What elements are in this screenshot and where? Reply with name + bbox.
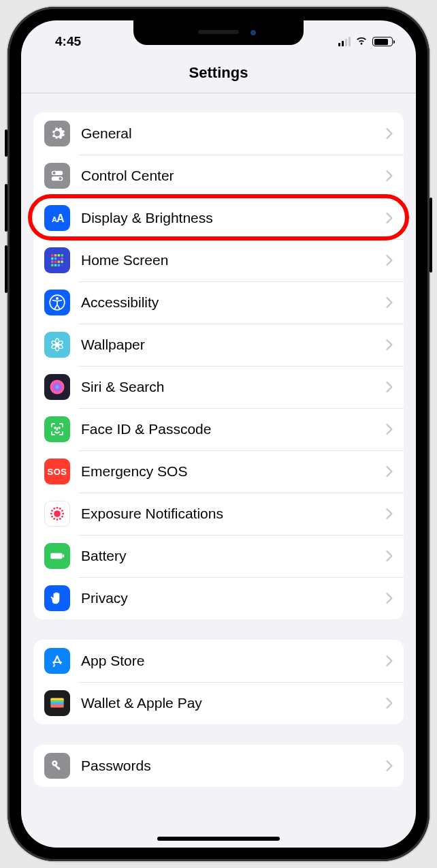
settings-content[interactable]: GeneralControl CenterAADisplay & Brightn… (21, 93, 416, 839)
svg-rect-7 (54, 254, 57, 257)
row-siri-search[interactable]: Siri & Search (33, 366, 404, 408)
svg-point-44 (56, 507, 59, 509)
row-exposure-notifications[interactable]: Exposure Notifications (33, 493, 404, 535)
svg-point-33 (59, 427, 60, 429)
flower-icon (44, 332, 70, 358)
row-emergency-sos[interactable]: SOSEmergency SOS (33, 450, 404, 493)
row-wallet-apple-pay[interactable]: Wallet & Apple Pay (33, 682, 404, 724)
gear-icon (44, 121, 70, 146)
svg-point-1 (52, 172, 55, 174)
svg-point-39 (53, 518, 55, 520)
svg-point-32 (54, 427, 56, 429)
svg-rect-52 (50, 704, 64, 707)
svg-rect-9 (61, 254, 63, 257)
svg-point-45 (59, 508, 61, 510)
svg-rect-15 (54, 261, 57, 264)
volume-up-button (5, 184, 7, 232)
svg-point-36 (61, 516, 63, 518)
exposure-icon (44, 501, 70, 527)
settings-group: Passwords (33, 745, 404, 787)
svg-rect-17 (61, 261, 63, 264)
row-privacy[interactable]: Privacy (33, 577, 404, 619)
home-indicator[interactable] (157, 837, 280, 841)
row-face-id-passcode[interactable]: Face ID & Passcode (33, 408, 404, 450)
row-control-center[interactable]: Control Center (33, 155, 404, 197)
svg-point-31 (50, 380, 65, 394)
row-label: Home Screen (81, 252, 386, 268)
row-battery[interactable]: Battery (33, 535, 404, 577)
svg-point-3 (59, 177, 61, 180)
row-display-brightness[interactable]: AADisplay & Brightness (33, 197, 404, 239)
row-accessibility[interactable]: Accessibility (33, 281, 404, 324)
battery-icon (44, 543, 70, 569)
svg-rect-47 (50, 553, 62, 559)
svg-point-23 (56, 297, 59, 300)
mute-switch (5, 129, 7, 157)
row-label: App Store (81, 653, 386, 669)
text-size-icon: AA (44, 205, 70, 231)
row-home-screen[interactable]: Home Screen (33, 239, 404, 281)
chevron-right-icon (386, 655, 393, 666)
chevron-right-icon (386, 255, 393, 266)
svg-point-46 (61, 510, 63, 512)
row-label: Passwords (81, 758, 386, 774)
row-passwords[interactable]: Passwords (33, 745, 404, 787)
row-label: Wallet & Apple Pay (81, 695, 386, 711)
appstore-icon (44, 648, 70, 674)
row-label: Accessibility (81, 294, 386, 311)
svg-point-34 (54, 510, 61, 517)
svg-point-38 (56, 518, 59, 521)
chevron-right-icon (386, 698, 393, 709)
settings-group: App StoreWallet & Apple Pay (33, 640, 404, 724)
chevron-right-icon (386, 213, 393, 223)
row-general[interactable]: General (33, 112, 404, 155)
svg-rect-14 (51, 261, 54, 264)
svg-rect-10 (51, 258, 54, 260)
svg-rect-21 (61, 264, 63, 266)
row-label: Wallpaper (81, 337, 386, 353)
chevron-right-icon (386, 382, 393, 392)
svg-text:A: A (56, 213, 65, 224)
row-wallpaper[interactable]: Wallpaper (33, 324, 404, 366)
chevron-right-icon (386, 128, 393, 139)
svg-rect-12 (58, 258, 61, 260)
nav-header: Settings (21, 55, 416, 93)
row-label: Emergency SOS (81, 463, 386, 480)
notch (133, 20, 304, 45)
row-label: Battery (81, 548, 386, 564)
screen: 4:45 Settings GeneralControl CenterAADis… (21, 20, 416, 848)
svg-point-54 (54, 762, 56, 764)
svg-rect-8 (58, 254, 61, 257)
speaker (198, 30, 239, 34)
row-label: Exposure Notifications (81, 506, 386, 522)
cellular-signal-icon (338, 37, 351, 46)
siri-icon (44, 374, 70, 400)
page-title: Settings (21, 64, 416, 82)
svg-rect-19 (54, 264, 57, 266)
wallet-icon (44, 690, 70, 716)
svg-rect-20 (58, 264, 61, 266)
chevron-right-icon (386, 424, 393, 435)
svg-rect-6 (51, 254, 54, 257)
face-id-icon (44, 416, 70, 442)
svg-point-40 (51, 516, 53, 518)
chevron-right-icon (386, 339, 393, 350)
volume-down-button (5, 245, 7, 293)
svg-rect-13 (61, 258, 63, 260)
svg-point-41 (50, 513, 52, 515)
chevron-right-icon (386, 297, 393, 308)
svg-rect-16 (58, 261, 61, 264)
chevron-right-icon (386, 593, 393, 604)
row-label: Control Center (81, 168, 386, 184)
svg-rect-11 (54, 258, 57, 260)
power-button (430, 198, 432, 273)
row-label: Face ID & Passcode (81, 421, 386, 437)
row-label: Privacy (81, 590, 386, 606)
row-app-store[interactable]: App Store (33, 640, 404, 682)
chevron-right-icon (386, 170, 393, 181)
key-icon (44, 753, 70, 779)
svg-rect-18 (51, 264, 54, 266)
wifi-icon (355, 35, 368, 48)
row-label: General (81, 125, 386, 142)
sos-icon: SOS (44, 459, 70, 484)
